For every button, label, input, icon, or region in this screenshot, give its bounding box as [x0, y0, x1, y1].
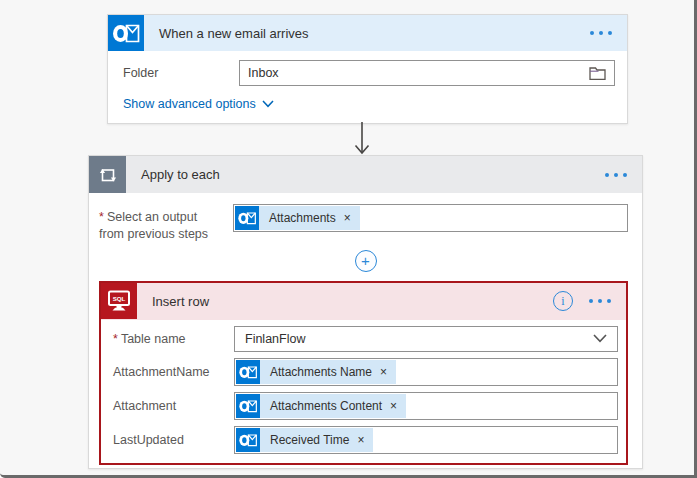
lastupdated-input[interactable]: Received Time × — [234, 426, 618, 454]
token-remove-icon[interactable]: × — [387, 399, 406, 413]
token-remove-icon[interactable]: × — [354, 433, 373, 447]
token-remove-icon[interactable]: × — [377, 365, 396, 379]
svg-text:SQL: SQL — [113, 295, 126, 302]
folder-input-value: Inbox — [248, 66, 279, 80]
outlook-icon — [236, 428, 260, 452]
apply-to-each-title: Apply to each — [141, 167, 220, 182]
chevron-down-icon — [593, 334, 607, 343]
required-marker: * — [113, 332, 118, 346]
output-field-label: *Select an output from previous steps — [99, 204, 233, 243]
folder-field-row: Folder Inbox — [123, 60, 615, 86]
token-label: Attachments Name — [260, 365, 377, 379]
add-action-button[interactable]: + — [355, 250, 377, 272]
more-options-icon[interactable] — [590, 27, 612, 39]
show-advanced-options-label: Show advanced options — [123, 97, 256, 111]
token-remove-icon[interactable]: × — [341, 211, 360, 225]
outlook-icon — [236, 394, 260, 418]
trigger-title: When a new email arrives — [159, 26, 309, 41]
attachments-token[interactable]: Attachments × — [235, 206, 360, 230]
apply-to-each-header[interactable]: Apply to each — [89, 156, 642, 193]
outlook-icon — [235, 206, 259, 230]
insert-row-header[interactable]: SQL Insert row i — [101, 283, 626, 320]
token-label: Attachments Content — [260, 399, 387, 413]
trigger-card: When a new email arrives Folder Inbox Sh… — [107, 14, 628, 124]
attachmentname-row: AttachmentName Attachments — [113, 358, 618, 386]
table-name-row: *Table name FinlanFlow — [113, 326, 618, 352]
lastupdated-label: LastUpdated — [113, 433, 234, 447]
insert-row-title: Insert row — [152, 294, 209, 309]
chevron-down-icon — [262, 100, 274, 108]
output-input[interactable]: Attachments × — [233, 204, 628, 232]
token-label: Received Time — [260, 433, 354, 447]
sql-server-icon: SQL — [101, 283, 137, 319]
required-marker: * — [99, 210, 104, 224]
show-advanced-options-link[interactable]: Show advanced options — [123, 97, 274, 111]
attachment-label: Attachment — [113, 399, 234, 413]
add-action-row: + — [89, 250, 642, 272]
flow-designer-canvas: When a new email arrives Folder Inbox Sh… — [0, 0, 697, 478]
attachment-input[interactable]: Attachments Content × — [234, 392, 618, 420]
more-options-icon[interactable] — [605, 169, 627, 181]
trigger-card-header[interactable]: When a new email arrives — [108, 15, 627, 51]
attachment-row: Attachment Attachments Cont — [113, 392, 618, 420]
outlook-icon — [108, 15, 144, 51]
attachmentname-label: AttachmentName — [113, 365, 234, 379]
folder-input[interactable]: Inbox — [239, 60, 615, 86]
folder-picker-icon[interactable] — [589, 66, 606, 80]
table-name-select[interactable]: FinlanFlow — [234, 326, 618, 352]
attachments-content-token[interactable]: Attachments Content × — [236, 394, 406, 418]
more-options-icon[interactable] — [589, 295, 611, 307]
attachmentname-input[interactable]: Attachments Name × — [234, 358, 618, 386]
lastupdated-row: LastUpdated Received Time — [113, 426, 618, 454]
apply-to-each-card: Apply to each *Select an output from pre… — [88, 155, 643, 469]
folder-field-label: Folder — [123, 66, 239, 80]
output-field-row: *Select an output from previous steps — [99, 204, 628, 243]
loop-icon — [89, 156, 126, 193]
received-time-token[interactable]: Received Time × — [236, 428, 373, 452]
table-name-label: *Table name — [113, 332, 234, 346]
token-label: Attachments — [259, 211, 341, 225]
info-icon[interactable]: i — [553, 291, 573, 311]
table-name-value: FinlanFlow — [245, 332, 305, 346]
insert-row-card: SQL Insert row i *Table name FinlanFlow — [99, 281, 628, 465]
attachments-name-token[interactable]: Attachments Name × — [236, 360, 396, 384]
outlook-icon — [236, 360, 260, 384]
